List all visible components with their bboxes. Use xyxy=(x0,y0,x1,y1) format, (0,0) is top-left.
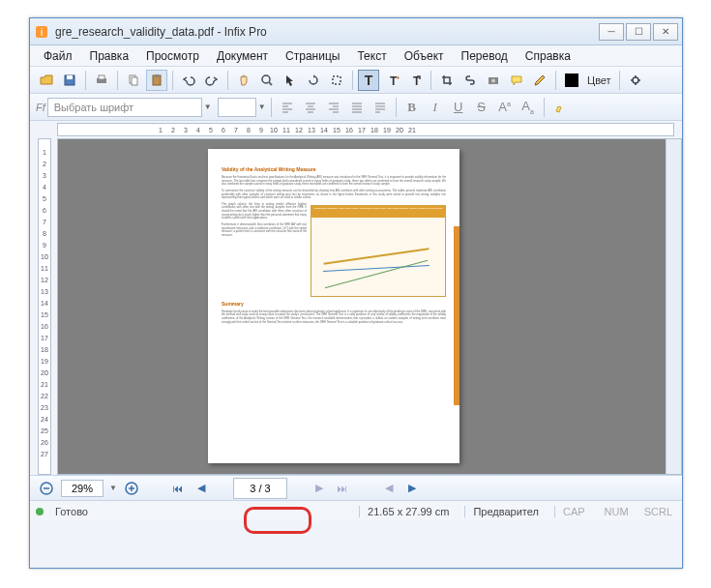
minimize-button[interactable]: ─ xyxy=(599,23,624,41)
align-center[interactable] xyxy=(300,97,321,118)
menu-view[interactable]: Просмотр xyxy=(138,47,207,65)
pencil-icon[interactable] xyxy=(529,70,550,91)
app-window: i gre_research_validity_data.pdf - Infix… xyxy=(29,17,683,569)
svg-point-10 xyxy=(262,75,270,83)
nav-back-button[interactable]: ◀ xyxy=(380,480,398,497)
text-link-tool[interactable]: T xyxy=(404,70,426,91)
menu-object[interactable]: Объект xyxy=(397,47,452,65)
svg-rect-3 xyxy=(67,75,73,79)
align-right[interactable] xyxy=(323,97,344,118)
first-page-button[interactable]: ⏮ xyxy=(169,480,187,497)
vertical-scrollbar[interactable] xyxy=(666,139,681,474)
align-justify[interactable] xyxy=(346,97,368,118)
save-button[interactable] xyxy=(59,70,80,91)
zoom-in-button[interactable] xyxy=(123,480,140,497)
pointer-tool[interactable] xyxy=(280,70,301,91)
menu-file[interactable]: Файл xyxy=(36,47,80,65)
svg-rect-12 xyxy=(333,76,341,84)
rotate-tool[interactable] xyxy=(303,70,324,91)
menu-document[interactable]: Документ xyxy=(209,47,276,65)
undo-button[interactable] xyxy=(178,70,199,91)
menu-pages[interactable]: Страницы xyxy=(278,47,347,65)
menu-text[interactable]: Текст xyxy=(349,47,394,65)
strike-button[interactable]: S xyxy=(471,97,492,118)
svg-text:T: T xyxy=(365,73,373,88)
svg-point-18 xyxy=(491,78,495,82)
menu-help[interactable]: Справка xyxy=(518,47,578,65)
chart-series-issue xyxy=(323,248,429,264)
page-accent-bar xyxy=(454,226,459,405)
doc-para: To summarize the construct validity of t… xyxy=(222,190,446,200)
statusbar: Готово 21.65 x 27.99 cm Предварител CAP … xyxy=(30,500,682,521)
font-selector[interactable]: Выбрать шрифт xyxy=(47,98,202,117)
maximize-button[interactable]: ☐ xyxy=(626,23,651,41)
print-button[interactable] xyxy=(91,70,112,91)
underline-button[interactable]: U xyxy=(448,97,469,118)
link-icon[interactable] xyxy=(459,70,481,91)
text-plus-tool[interactable]: T+ xyxy=(381,70,402,91)
redo-button[interactable] xyxy=(201,70,222,91)
camera-icon[interactable] xyxy=(483,70,504,91)
svg-text:i: i xyxy=(41,27,43,38)
color-label[interactable]: Цвет xyxy=(584,74,614,86)
horizontal-ruler: 123456789101112131415161718192021 xyxy=(57,123,674,136)
font-format-icon: Ff xyxy=(36,102,45,113)
align-left[interactable] xyxy=(277,97,298,118)
menu-translate[interactable]: Перевод xyxy=(454,47,516,65)
status-num: NUM xyxy=(601,506,633,517)
status-cap: CAP xyxy=(554,506,593,517)
app-icon: i xyxy=(34,24,49,40)
chart-title: Relationship Between Mean GRE Writing As… xyxy=(311,206,445,218)
chart-series-argument xyxy=(323,265,430,272)
document-canvas[interactable]: Validity of the Analytical Writing Measu… xyxy=(57,138,682,475)
next-page-button[interactable]: ▶ xyxy=(311,480,328,497)
prev-page-button[interactable]: ◀ xyxy=(193,480,210,497)
open-button[interactable] xyxy=(36,70,57,91)
last-page-button[interactable]: ⏭ xyxy=(334,480,351,497)
chart-series-other xyxy=(325,260,429,288)
svg-rect-5 xyxy=(99,75,104,79)
paste-button[interactable] xyxy=(146,70,167,91)
color-swatch[interactable] xyxy=(561,70,582,91)
document-page[interactable]: Validity of the Analytical Writing Measu… xyxy=(208,149,459,463)
align-justify-last[interactable] xyxy=(370,97,391,118)
superscript-button[interactable]: Aa xyxy=(494,97,516,118)
highlight-icon[interactable] xyxy=(549,97,571,118)
font-size-selector[interactable] xyxy=(218,98,256,117)
copy-button[interactable] xyxy=(123,70,144,91)
crop-icon[interactable] xyxy=(436,70,458,91)
doc-heading-2: Summary xyxy=(222,301,446,307)
svg-point-20 xyxy=(633,77,638,83)
svg-text:+: + xyxy=(396,74,400,82)
italic-button[interactable]: I xyxy=(425,97,446,118)
vertical-ruler: 1234567891011121314151617181920212223242… xyxy=(38,138,51,475)
zoom-level[interactable]: 29% xyxy=(61,480,104,497)
main-toolbar: T T+ T Цвет xyxy=(30,67,682,94)
status-ready: Готово xyxy=(55,506,88,517)
crop-dropdown[interactable] xyxy=(326,70,347,91)
nav-forward-button[interactable]: ▶ xyxy=(403,480,421,497)
svg-rect-19 xyxy=(565,74,578,87)
workspace: 1234567891011121314151617181920212223242… xyxy=(30,138,682,475)
settings-icon[interactable] xyxy=(625,70,646,91)
zoom-dropdown-icon[interactable]: ▼ xyxy=(109,484,117,492)
menubar: Файл Правка Просмотр Документ Страницы Т… xyxy=(30,45,682,67)
titlebar[interactable]: i gre_research_validity_data.pdf - Infix… xyxy=(30,18,682,45)
doc-para: Graduate faculty want to make the best p… xyxy=(222,310,446,325)
comment-icon[interactable] xyxy=(506,70,527,91)
page-indicator[interactable]: 3 / 3 xyxy=(233,478,287,499)
status-preview[interactable]: Предварител xyxy=(464,506,547,517)
doc-para: Because the theoretical basis and test s… xyxy=(222,176,446,187)
close-button[interactable]: ✕ xyxy=(653,23,678,41)
embedded-chart: Relationship Between Mean GRE Writing As… xyxy=(311,205,446,297)
bold-button[interactable]: B xyxy=(401,97,423,118)
hand-tool[interactable] xyxy=(233,70,254,91)
status-indicator-icon xyxy=(36,508,44,515)
text-tool[interactable]: T xyxy=(358,70,379,91)
navigation-bar: 29% ▼ ⏮ ◀ 3 / 3 ▶ ⏭ ◀ ▶ xyxy=(30,475,682,500)
zoom-out-button[interactable] xyxy=(38,480,55,497)
status-scrl: SCRL xyxy=(640,506,676,517)
zoom-tool[interactable] xyxy=(256,70,278,91)
menu-edit[interactable]: Правка xyxy=(82,47,137,65)
subscript-button[interactable]: Aa xyxy=(518,97,539,118)
